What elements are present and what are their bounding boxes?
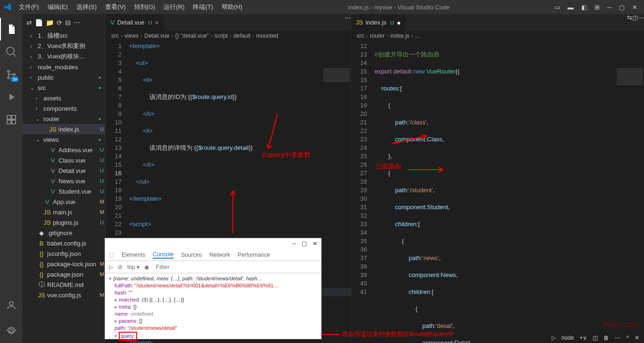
status-chevron-icon[interactable]: ^ (626, 335, 629, 341)
tree-item[interactable]: VApp.vueM (23, 196, 105, 207)
sidebar-icon[interactable]: ◧ (578, 2, 590, 13)
tab-status: U (148, 20, 152, 25)
tab-actions-icon[interactable]: ⋯ (638, 14, 644, 31)
close-icon[interactable]: ✕ (629, 2, 640, 13)
menu-item[interactable]: 选择(S) (73, 1, 100, 13)
new-file-icon[interactable]: 📄 (35, 19, 43, 26)
devtools-minimize-icon[interactable]: ─ (292, 240, 296, 247)
tree-item[interactable]: ⓘREADME.md (23, 279, 105, 290)
tree-item[interactable]: {}jsconfig.json (23, 248, 105, 259)
status-trash-icon[interactable]: 🗑 (603, 335, 609, 341)
tree-item[interactable]: VDetail.vueU (23, 165, 105, 176)
tree-item[interactable]: ⌄views● (23, 134, 105, 145)
tree-item[interactable]: JSindex.jsU (23, 124, 105, 134)
editor-tabs-1: V Detail.vue U × ⋯ (106, 14, 351, 31)
tree-item[interactable]: JSplugins.jsU (23, 217, 105, 228)
devtools-console-output[interactable]: ▾ {name: undefined, meta: {…}, path: '/s… (105, 273, 321, 343)
minimap-1[interactable] (322, 68, 351, 96)
devtools-tabs: ⬚ Elements Console Sources Network Perfo… (105, 249, 321, 261)
tree-item[interactable]: ›1、插槽src (23, 31, 105, 41)
tab-close-icon[interactable]: × (155, 19, 158, 26)
new-folder-icon[interactable]: 📁 (46, 19, 54, 26)
tree-item[interactable]: ›components (23, 103, 105, 114)
status-run-icon[interactable]: ▷ (552, 335, 556, 341)
tree-item[interactable]: ›3、Vuex的模块... (23, 51, 105, 62)
collapse-icon[interactable]: ⊟ (65, 19, 71, 26)
tree-item[interactable]: JSmain.jsM (23, 207, 105, 217)
tree-item[interactable]: ›assets (23, 93, 105, 103)
devtools-panel: ─ ▢ ✕ ⬚ Elements Console Sources Network… (105, 238, 322, 339)
tree-item[interactable]: ›node_modules (23, 62, 105, 72)
status-add-icon[interactable]: +∨ (579, 335, 587, 341)
vue-file-icon: V (110, 19, 115, 26)
devtools-tab-elements[interactable]: Elements (122, 252, 145, 258)
status-more-icon[interactable]: ⋯ (615, 335, 620, 341)
toggle-icon[interactable]: ⇄ (26, 19, 32, 26)
split-icon[interactable]: ◫ (632, 14, 638, 31)
code-content-2[interactable]: //创建并导出一个路由器 export default new VueRoute… (375, 41, 644, 343)
maximize-icon[interactable]: ▢ (616, 2, 627, 13)
explorer-icon[interactable] (0, 18, 23, 41)
settings-gear-icon[interactable] (0, 320, 23, 343)
run-debug-icon[interactable] (0, 86, 23, 108)
menu-item[interactable]: 帮助(H) (218, 1, 246, 13)
tree-item[interactable]: {}package-lock.jsonM (23, 259, 105, 269)
refresh-icon[interactable]: ⟳ (57, 19, 62, 26)
panel-icon[interactable]: ▬ (565, 2, 577, 13)
breadcrumb-1[interactable]: src › views › Detail.vue › {} "detail.vu… (106, 31, 351, 41)
menu-item[interactable]: 查看(V) (101, 1, 129, 13)
js-file-icon: JS (356, 19, 363, 26)
status-node[interactable]: node (561, 335, 574, 341)
devtools-tab-network[interactable]: Network (209, 252, 230, 258)
devtools-inspect-icon[interactable]: ⬚ (109, 252, 114, 258)
tree-item[interactable]: ⌄src● (23, 82, 105, 93)
menu-item[interactable]: 终端(T) (189, 1, 217, 13)
minimize-icon[interactable]: ─ (604, 2, 614, 13)
devtools-close-icon[interactable]: ✕ (313, 240, 317, 247)
status-split-icon[interactable]: ◫ (593, 335, 598, 341)
titlebar-controls: ▭ ▬ ◧ ⊞ ─ ▢ ✕ (552, 2, 640, 13)
menu-item[interactable]: 运行(R) (160, 1, 188, 13)
devtools-maximize-icon[interactable]: ▢ (302, 240, 307, 247)
status-bar: ▷ node +∨ ◫ 🗑 ⋯ ^ ✕ (547, 333, 644, 343)
devtools-tab-performance[interactable]: Performance (238, 252, 270, 258)
tree-item[interactable]: ›2、Vuex求和案例 (23, 41, 105, 51)
devtools-context[interactable]: top ▾ (127, 264, 140, 270)
tab-index-js[interactable]: JS index.js U ● (351, 14, 406, 31)
layout-icon[interactable]: ▭ (552, 2, 563, 13)
tree-item[interactable]: VAddress.vueU (23, 145, 105, 155)
tree-item[interactable]: ⌄router● (23, 114, 105, 124)
extensions-icon[interactable] (0, 108, 23, 131)
menu-item[interactable]: 转到(G) (131, 1, 159, 13)
menu-item[interactable]: 文件(F) (15, 1, 43, 13)
tab-actions-icon[interactable]: ⋯ (345, 14, 351, 31)
compare-icon[interactable]: ⇆ (627, 14, 632, 31)
devtools-play-icon[interactable]: ▷ (109, 264, 113, 270)
scm-badge: 39 (10, 76, 19, 82)
tree-item[interactable]: VStudent.vueU (23, 186, 105, 196)
devtools-tab-console[interactable]: Console (153, 251, 173, 259)
minimap-2[interactable] (616, 68, 644, 96)
search-icon[interactable] (0, 41, 23, 63)
tree-item[interactable]: ◆.gitignore (23, 228, 105, 238)
customize-layout-icon[interactable]: ⊞ (592, 2, 603, 13)
devtools-filter-input[interactable] (154, 262, 237, 271)
menu-item[interactable]: 编辑(E) (44, 1, 72, 13)
tab-detail-vue[interactable]: V Detail.vue U × (106, 14, 164, 31)
more-icon[interactable]: ⋯ (74, 19, 80, 26)
tree-item[interactable]: {}package.jsonM (23, 269, 105, 279)
editor-pane-2: JS index.js U ● ⇆ ◫ ⋯ src › router › ind… (351, 14, 644, 343)
tree-item[interactable]: ›public● (23, 72, 105, 82)
tree-item[interactable]: Bbabel.config.js (23, 238, 105, 248)
devtools-eye-icon[interactable]: ◉ (144, 264, 149, 270)
devtools-clear-icon[interactable]: ⊘ (118, 264, 123, 270)
tab-modified-icon[interactable]: ● (397, 19, 401, 26)
account-icon[interactable] (0, 294, 23, 317)
source-control-icon[interactable]: 39 (0, 63, 23, 86)
tree-item[interactable]: VNews.vueU (23, 176, 105, 186)
tree-item[interactable]: JSvue.config.jsM (23, 290, 105, 300)
devtools-tab-sources[interactable]: Sources (181, 252, 202, 258)
tree-item[interactable]: VClass.vueU (23, 155, 105, 165)
status-close-icon[interactable]: ✕ (635, 335, 639, 341)
breadcrumb-2[interactable]: src › router › index.js › ... (351, 31, 644, 41)
